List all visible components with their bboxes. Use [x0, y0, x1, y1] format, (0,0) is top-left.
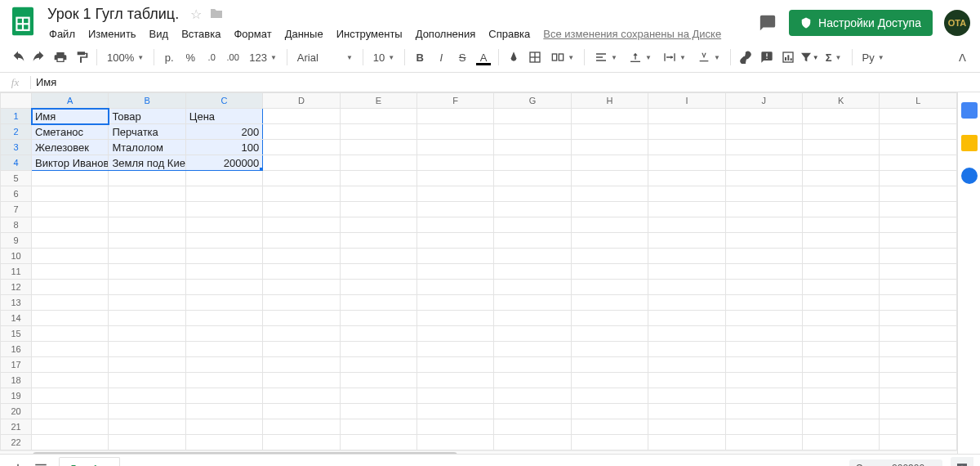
- cell-I10[interactable]: [648, 249, 725, 264]
- cell-F8[interactable]: [417, 217, 494, 233]
- row-header-20[interactable]: 20: [1, 404, 32, 419]
- cell-D5[interactable]: [263, 171, 340, 186]
- fill-color-button[interactable]: [504, 47, 523, 67]
- cell-F16[interactable]: [417, 342, 494, 357]
- cell-A5[interactable]: [32, 171, 109, 186]
- cell-H11[interactable]: [571, 264, 648, 280]
- cell-F7[interactable]: [417, 202, 494, 217]
- cell-G11[interactable]: [494, 264, 571, 280]
- row-header-12[interactable]: 12: [1, 280, 32, 295]
- cell-A19[interactable]: [32, 388, 109, 404]
- cell-E17[interactable]: [340, 357, 416, 373]
- cell-I17[interactable]: [648, 357, 725, 373]
- cell-G17[interactable]: [494, 357, 571, 373]
- cell-C20[interactable]: [185, 404, 262, 419]
- cell-H9[interactable]: [571, 233, 648, 249]
- cell-E9[interactable]: [340, 233, 416, 249]
- row-header-7[interactable]: 7: [1, 202, 32, 217]
- calendar-sidebar-icon[interactable]: [961, 102, 978, 119]
- cell-C12[interactable]: [185, 280, 262, 295]
- select-all-corner[interactable]: [1, 93, 32, 109]
- cell-G19[interactable]: [494, 388, 571, 404]
- format-currency-button[interactable]: р.: [159, 47, 179, 67]
- cell-J3[interactable]: [725, 140, 802, 155]
- cell-K11[interactable]: [803, 264, 880, 280]
- cell-B1[interactable]: Товар: [109, 109, 185, 124]
- cell-A20[interactable]: [32, 404, 109, 419]
- cell-J4[interactable]: [725, 155, 802, 171]
- cell-L18[interactable]: [880, 373, 957, 388]
- cell-A18[interactable]: [32, 373, 109, 388]
- cell-G8[interactable]: [494, 217, 571, 233]
- cell-H12[interactable]: [571, 280, 648, 295]
- column-header-D[interactable]: D: [263, 93, 340, 109]
- doc-title[interactable]: Урок 1 Гугл таблиц.: [44, 5, 182, 24]
- cell-E11[interactable]: [340, 264, 416, 280]
- cell-A15[interactable]: [32, 326, 109, 342]
- zoom-combo[interactable]: 100%▼: [102, 52, 149, 64]
- increase-decimal-button[interactable]: .00: [223, 47, 243, 67]
- cell-E3[interactable]: [340, 140, 416, 155]
- cell-B22[interactable]: [109, 435, 185, 450]
- cell-F15[interactable]: [417, 326, 494, 342]
- cell-J19[interactable]: [725, 388, 802, 404]
- cell-A7[interactable]: [32, 202, 109, 217]
- row-header-8[interactable]: 8: [1, 217, 32, 233]
- cell-J7[interactable]: [725, 202, 802, 217]
- cell-B17[interactable]: [109, 357, 185, 373]
- cell-J8[interactable]: [725, 217, 802, 233]
- explore-button[interactable]: [951, 457, 973, 467]
- row-header-2[interactable]: 2: [1, 124, 32, 140]
- cell-C19[interactable]: [185, 388, 262, 404]
- cell-C4[interactable]: 200000: [185, 155, 262, 171]
- cell-C3[interactable]: 100: [185, 140, 262, 155]
- cell-C9[interactable]: [185, 233, 262, 249]
- cell-F12[interactable]: [417, 280, 494, 295]
- cell-K12[interactable]: [803, 280, 880, 295]
- keep-sidebar-icon[interactable]: [961, 135, 978, 151]
- cell-E2[interactable]: [340, 124, 416, 140]
- column-header-K[interactable]: K: [803, 93, 880, 109]
- cell-A6[interactable]: [32, 186, 109, 202]
- cell-B8[interactable]: [109, 217, 185, 233]
- cell-D21[interactable]: [263, 419, 340, 435]
- text-wrap-combo[interactable]: ▼: [658, 51, 691, 64]
- cell-K19[interactable]: [803, 388, 880, 404]
- cell-F19[interactable]: [417, 388, 494, 404]
- cell-J9[interactable]: [725, 233, 802, 249]
- cell-I9[interactable]: [648, 233, 725, 249]
- cell-B12[interactable]: [109, 280, 185, 295]
- cell-A4[interactable]: Виктор Иванови: [32, 155, 109, 171]
- star-icon[interactable]: ☆: [190, 7, 202, 22]
- cell-C1[interactable]: Цена: [185, 109, 262, 124]
- cell-A10[interactable]: [32, 249, 109, 264]
- cell-F14[interactable]: [417, 311, 494, 326]
- cell-L4[interactable]: [880, 155, 957, 171]
- cell-E1[interactable]: [340, 109, 416, 124]
- cell-A2[interactable]: Сметанос: [32, 124, 109, 140]
- cell-F18[interactable]: [417, 373, 494, 388]
- cell-B16[interactable]: [109, 342, 185, 357]
- cell-H18[interactable]: [571, 373, 648, 388]
- row-header-13[interactable]: 13: [1, 295, 32, 311]
- cell-I22[interactable]: [648, 435, 725, 450]
- row-header-5[interactable]: 5: [1, 171, 32, 186]
- column-header-A[interactable]: A: [32, 93, 109, 109]
- cell-D8[interactable]: [263, 217, 340, 233]
- comments-icon[interactable]: [758, 13, 777, 33]
- cell-K22[interactable]: [803, 435, 880, 450]
- column-header-L[interactable]: L: [880, 93, 957, 109]
- cell-F1[interactable]: [417, 109, 494, 124]
- cell-G15[interactable]: [494, 326, 571, 342]
- cell-G3[interactable]: [494, 140, 571, 155]
- cell-E22[interactable]: [340, 435, 416, 450]
- cell-E21[interactable]: [340, 419, 416, 435]
- cell-E8[interactable]: [340, 217, 416, 233]
- paint-format-button[interactable]: [72, 47, 91, 67]
- row-header-14[interactable]: 14: [1, 311, 32, 326]
- cell-A11[interactable]: [32, 264, 109, 280]
- cell-D19[interactable]: [263, 388, 340, 404]
- cell-L15[interactable]: [880, 326, 957, 342]
- cell-G12[interactable]: [494, 280, 571, 295]
- cell-K7[interactable]: [803, 202, 880, 217]
